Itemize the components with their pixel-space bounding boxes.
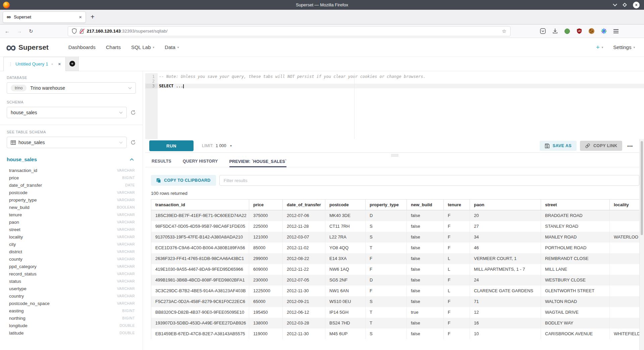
add-query-tab[interactable]: +: [66, 56, 79, 71]
superset-brand[interactable]: Superset: [18, 43, 49, 51]
column-row[interactable]: property_type VARCHAR: [7, 196, 136, 204]
sql-editor[interactable]: 1 2 3 -- Note: Unless you save your quer…: [145, 73, 644, 139]
column-row[interactable]: latitude DOUBLE: [7, 329, 136, 337]
copy-to-clipboard-button[interactable]: COPY TO CLIPBOARD: [151, 175, 216, 186]
column-row[interactable]: transaction_id VARCHAR: [7, 167, 136, 174]
limit-control[interactable]: LIMIT: 1 000 ▾: [202, 143, 232, 148]
column-header[interactable]: postcode: [325, 200, 366, 210]
download-icon[interactable]: [552, 28, 558, 34]
reload-icon[interactable]: ↻: [29, 28, 33, 34]
forward-icon[interactable]: →: [17, 28, 22, 34]
schema-select[interactable]: house_sales: [7, 107, 127, 118]
table-cell: WESTBURY CLOSE: [541, 275, 610, 286]
column-row[interactable]: status VARCHAR: [7, 277, 136, 285]
column-row[interactable]: city VARCHAR: [7, 240, 136, 248]
editor-code-area[interactable]: -- Note: Unless you save your query, the…: [158, 73, 644, 139]
table-cell: F: [444, 296, 470, 307]
chevron-up-icon[interactable]: [130, 158, 134, 161]
nav-item-data[interactable]: Data▾: [165, 44, 179, 50]
column-header[interactable]: paon: [470, 200, 541, 210]
column-row[interactable]: postcode VARCHAR: [7, 189, 136, 196]
column-row[interactable]: county VARCHAR: [7, 255, 136, 263]
refresh-table-icon[interactable]: [130, 140, 136, 145]
editor-toolbar: RUN LIMIT: 1 000 ▾ SAVE AS COPY LINK: [145, 139, 644, 153]
pane-splitter[interactable]: [145, 153, 644, 158]
pocket-icon[interactable]: [540, 28, 546, 34]
column-row[interactable]: easting BIGINT: [7, 307, 136, 314]
refresh-schema-icon[interactable]: [130, 110, 136, 115]
minimize-icon[interactable]: [613, 2, 617, 6]
table-section-header[interactable]: house_sales: [7, 157, 136, 162]
column-header[interactable]: street: [541, 200, 610, 210]
window-close-icon[interactable]: ×: [633, 2, 640, 8]
tab-query-history[interactable]: QUERY HISTORY: [183, 159, 218, 167]
copy-link-button[interactable]: COPY LINK: [580, 141, 622, 151]
column-header[interactable]: tenure: [444, 200, 470, 210]
column-header[interactable]: property_type: [366, 200, 407, 210]
column-row[interactable]: street VARCHAR: [7, 226, 136, 233]
add-new-button[interactable]: +▾: [596, 44, 603, 51]
table-cell: 12: [470, 307, 541, 318]
column-row[interactable]: country VARCHAR: [7, 292, 136, 300]
table-cell: MILL LANE: [541, 264, 610, 275]
column-row[interactable]: usertype VARCHAR: [7, 285, 136, 292]
privacy-badger-icon[interactable]: [565, 29, 570, 34]
column-header[interactable]: date_of_transfer: [283, 200, 325, 210]
line-number-active: 3: [145, 84, 158, 88]
editor-gutter: 1 2 3: [145, 73, 158, 139]
column-header[interactable]: new_build: [407, 200, 444, 210]
nav-item-sql-lab[interactable]: SQL Lab▾: [131, 44, 154, 50]
column-header[interactable]: locality: [610, 200, 642, 210]
tab-close-icon[interactable]: ×: [79, 14, 82, 20]
drag-handle-icon[interactable]: ⋮: [8, 61, 13, 67]
run-button[interactable]: RUN: [149, 140, 194, 151]
insecure-lock-icon[interactable]: [79, 29, 84, 34]
tab-results[interactable]: RESULTS: [152, 159, 171, 167]
column-row[interactable]: date_of_transfer DATE: [7, 181, 136, 189]
column-row[interactable]: longitude DOUBLE: [7, 322, 136, 329]
tab-preview-house-sales[interactable]: PREVIEW: `HOUSE_SALES`: [229, 159, 287, 167]
results-scrollbar[interactable]: [639, 139, 644, 350]
column-row[interactable]: paon VARCHAR: [7, 218, 136, 226]
save-as-button[interactable]: SAVE AS: [540, 141, 577, 151]
column-header[interactable]: transaction_id: [151, 200, 249, 210]
scrollbar-thumb[interactable]: [641, 141, 643, 235]
filter-results-input[interactable]: [219, 175, 639, 186]
navbar-items: Dashboards Charts SQL Lab▾ Data▾: [58, 44, 179, 50]
table-schema-select[interactable]: house_sales: [7, 137, 127, 148]
shield-icon[interactable]: [72, 28, 77, 34]
column-row[interactable]: district VARCHAR: [7, 248, 136, 255]
column-row[interactable]: northing BIGINT: [7, 314, 136, 322]
table-cell: L: [444, 253, 470, 264]
unsaved-dot-icon: ●: [51, 62, 53, 66]
nav-item-charts[interactable]: Charts: [106, 44, 121, 50]
column-name: status: [9, 279, 21, 284]
column-row[interactable]: price BIGINT: [7, 174, 136, 181]
column-row[interactable]: locality VARCHAR: [7, 233, 136, 240]
ublock-icon[interactable]: uB: [577, 28, 582, 34]
table-title: house_sales: [7, 157, 37, 162]
maximize-icon[interactable]: [623, 3, 627, 7]
column-header[interactable]: price: [249, 200, 283, 210]
database-select[interactable]: trino Trino warehouse: [7, 82, 136, 94]
asterisk-extension-icon[interactable]: [601, 28, 607, 34]
column-row[interactable]: postcode_no_space VARCHAR: [7, 300, 136, 307]
query-tab-untitled[interactable]: ⋮ Untitled Query 1 ● ×: [3, 57, 66, 71]
query-tab-close-icon[interactable]: ×: [58, 61, 61, 67]
table-cell: 609000: [249, 264, 283, 275]
column-row[interactable]: new_build BOOLEAN: [7, 204, 136, 211]
more-actions-icon[interactable]: •••: [627, 143, 633, 148]
nav-item-dashboards[interactable]: Dashboards: [68, 44, 96, 50]
column-row[interactable]: record_status VARCHAR: [7, 270, 136, 277]
table-cell: 230000: [249, 275, 283, 286]
settings-menu[interactable]: Settings▾: [613, 44, 635, 50]
url-bar[interactable]: 217.160.120.143 :32393/superset/sqllab/ …: [68, 26, 511, 36]
column-row[interactable]: tenure VARCHAR: [7, 211, 136, 218]
column-row[interactable]: ppd_category VARCHAR: [7, 263, 136, 270]
new-tab-button[interactable]: +: [91, 13, 95, 21]
cookie-icon[interactable]: [589, 28, 594, 34]
bookmark-star-icon[interactable]: ☆: [502, 28, 506, 34]
menu-hamburger-icon[interactable]: [613, 29, 619, 33]
browser-tab[interactable]: ∞ Superset ×: [3, 11, 86, 23]
back-icon[interactable]: ←: [5, 28, 10, 34]
